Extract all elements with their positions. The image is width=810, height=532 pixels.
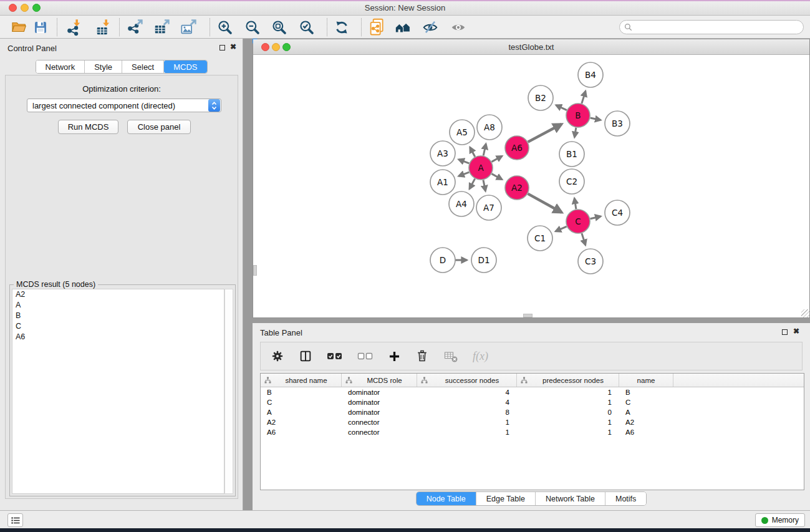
node-A5[interactable]: A5 xyxy=(450,120,475,145)
column-header-shared-name[interactable]: shared name xyxy=(261,374,342,387)
edge-A-A3[interactable] xyxy=(459,160,470,163)
table-row[interactable]: Adominator80A xyxy=(261,407,804,417)
node-B2[interactable]: B2 xyxy=(528,85,553,110)
save-session-button[interactable] xyxy=(31,17,51,37)
node-C4[interactable]: C4 xyxy=(605,200,630,225)
edge-B-B3[interactable] xyxy=(591,118,601,120)
float-table-panel-button[interactable] xyxy=(782,329,788,335)
node-A2[interactable]: A2 xyxy=(505,176,529,200)
zoom-fit-button[interactable] xyxy=(269,17,289,37)
column-header-successor-nodes[interactable]: successor nodes xyxy=(417,374,517,387)
tab-edge-table[interactable]: Edge Table xyxy=(476,492,536,505)
node-A8[interactable]: A8 xyxy=(477,115,502,140)
zoom-out-button[interactable] xyxy=(243,17,263,37)
result-item[interactable]: A xyxy=(12,300,224,311)
delete-row-button[interactable] xyxy=(415,349,429,363)
column-header-mcds-role[interactable]: MCDS role xyxy=(342,374,417,387)
edge-A-A1[interactable] xyxy=(459,172,470,176)
network-window-titlebar[interactable]: testGlobe.txt xyxy=(253,39,809,55)
node-C1[interactable]: C1 xyxy=(528,226,552,251)
tab-network[interactable]: Network xyxy=(36,60,85,73)
node-B3[interactable]: B3 xyxy=(605,111,630,136)
float-panel-button[interactable] xyxy=(219,45,225,51)
close-panel-button-inner[interactable]: Close panel xyxy=(127,120,191,134)
table-row[interactable]: A2connector11A2 xyxy=(261,417,804,427)
table-row[interactable]: Bdominator41B xyxy=(261,387,804,397)
table-row[interactable]: A6connector11A6 xyxy=(261,427,804,437)
edge-B-B1[interactable] xyxy=(574,128,576,137)
result-item[interactable]: C xyxy=(12,321,224,332)
edge-A-A4[interactable] xyxy=(470,179,475,189)
network-graph[interactable]: B4B2BB3A8A5A6A3B1AA1C2A2A4A7C4CC1C3DD1 xyxy=(253,55,809,317)
node-C[interactable]: C xyxy=(566,210,590,233)
show-columns-button[interactable] xyxy=(299,349,312,363)
column-header-predecessor-nodes[interactable]: predecessor nodes xyxy=(517,374,619,387)
edge-A-A8[interactable] xyxy=(483,144,486,156)
node-B4[interactable]: B4 xyxy=(578,62,603,87)
node-A7[interactable]: A7 xyxy=(476,195,501,220)
function-builder-button[interactable]: f(x) xyxy=(473,350,488,363)
edge-C-C1[interactable] xyxy=(556,226,567,231)
memory-button[interactable]: Memory xyxy=(755,513,805,527)
tab-style[interactable]: Style xyxy=(85,60,122,73)
tab-motifs[interactable]: Motifs xyxy=(605,492,646,505)
import-table-button[interactable] xyxy=(94,17,114,37)
attributes-gear-button[interactable] xyxy=(271,349,284,363)
export-table-button[interactable] xyxy=(152,17,172,37)
vertical-scroll-stub[interactable] xyxy=(253,265,257,276)
refresh-layout-button[interactable] xyxy=(332,17,352,37)
edge-C-C2[interactable] xyxy=(574,198,576,209)
run-mcds-button[interactable]: Run MCDS xyxy=(58,120,118,134)
add-row-button[interactable] xyxy=(388,350,401,363)
edge-A-A7[interactable] xyxy=(483,180,486,191)
close-table-panel-button[interactable]: ✖ xyxy=(793,327,799,336)
tab-select[interactable]: Select xyxy=(122,60,164,73)
resize-grip[interactable] xyxy=(801,309,809,317)
edge-C-C3[interactable] xyxy=(582,233,586,245)
show-panels-button[interactable] xyxy=(448,17,468,37)
zoom-selected-button[interactable] xyxy=(297,17,317,37)
open-session-button[interactable] xyxy=(9,17,29,37)
network-canvas[interactable]: B4B2BB3A8A5A6A3B1AA1C2A2A4A7C4CC1C3DD1 xyxy=(253,55,809,317)
result-item[interactable]: B xyxy=(12,311,224,321)
tab-network-table[interactable]: Network Table xyxy=(536,492,605,505)
edge-A2-C[interactable] xyxy=(528,194,562,213)
tab-node-table[interactable]: Node Table xyxy=(417,492,476,505)
node-D[interactable]: D xyxy=(430,248,455,273)
task-history-button[interactable] xyxy=(7,513,23,527)
result-item[interactable]: A6 xyxy=(12,332,224,342)
new-network-from-file-button[interactable] xyxy=(367,17,387,37)
edge-C-C4[interactable] xyxy=(591,216,601,219)
hide-panels-button[interactable] xyxy=(420,17,440,37)
search-field[interactable] xyxy=(619,20,804,34)
import-network-button[interactable] xyxy=(65,17,85,37)
node-A6[interactable]: A6 xyxy=(505,136,529,160)
edge-A-A6[interactable] xyxy=(492,156,502,162)
unselect-all-button[interactable] xyxy=(357,351,374,361)
criterion-select[interactable]: largest connected component (directed) xyxy=(27,99,221,112)
node-B1[interactable]: B1 xyxy=(559,142,584,167)
home-layout-button[interactable] xyxy=(393,17,413,37)
horizontal-scroll-stub[interactable] xyxy=(523,314,533,317)
result-list-scrollbar[interactable] xyxy=(224,289,233,494)
column-header-name[interactable]: name xyxy=(619,374,673,387)
select-all-button[interactable] xyxy=(327,351,343,361)
export-image-button[interactable] xyxy=(179,17,199,37)
mcds-result-list[interactable]: A2ABCA6 xyxy=(12,289,224,494)
edge-A-A5[interactable] xyxy=(470,147,475,157)
edge-B-B2[interactable] xyxy=(556,105,567,110)
tab-mcds[interactable]: MCDS xyxy=(164,60,206,73)
node-D1[interactable]: D1 xyxy=(471,248,496,273)
zoom-in-button[interactable] xyxy=(215,17,235,37)
close-panel-button[interactable]: ✖ xyxy=(230,42,236,51)
edge-B-B4[interactable] xyxy=(582,91,586,104)
export-network-button[interactable] xyxy=(125,17,145,37)
node-A3[interactable]: A3 xyxy=(430,141,455,166)
node-C3[interactable]: C3 xyxy=(578,249,603,274)
node-A4[interactable]: A4 xyxy=(449,191,474,216)
node-A[interactable]: A xyxy=(469,156,493,180)
node-B[interactable]: B xyxy=(566,104,590,127)
node-C2[interactable]: C2 xyxy=(559,169,584,194)
result-item[interactable]: A2 xyxy=(12,289,224,300)
edge-A6-B[interactable] xyxy=(528,124,562,142)
